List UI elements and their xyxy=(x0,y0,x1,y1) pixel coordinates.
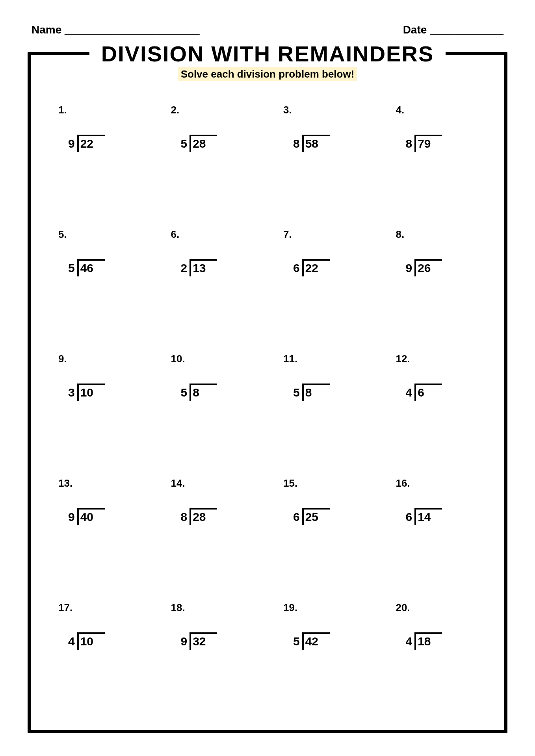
problem-cell: 11.58 xyxy=(271,345,376,469)
dividend-wrap: 22 xyxy=(302,260,326,275)
problem-number: 16. xyxy=(396,477,410,489)
problem-number: 13. xyxy=(58,477,72,489)
problem-number: 10. xyxy=(171,353,185,365)
divisor: 9 xyxy=(406,260,415,275)
problem-cell: 16.614 xyxy=(384,469,489,594)
worksheet-subtitle: Solve each division problem below! xyxy=(46,68,489,80)
problem-number: 7. xyxy=(283,228,292,241)
dividend-wrap: 58 xyxy=(302,135,326,150)
dividend-wrap: 42 xyxy=(302,633,326,648)
divisor: 9 xyxy=(68,509,77,524)
dividend-wrap: 6 xyxy=(414,384,438,399)
problem-number: 12. xyxy=(396,353,410,365)
header-line: Name ______________________ Date _______… xyxy=(28,24,507,36)
dividend: 8 xyxy=(305,386,312,399)
division-problem: 418 xyxy=(406,633,438,648)
dividend: 46 xyxy=(80,261,93,274)
problem-cell: 14.828 xyxy=(159,469,264,594)
problem-number: 1. xyxy=(58,104,67,116)
dividend-wrap: 14 xyxy=(414,509,438,524)
divisor: 4 xyxy=(406,384,415,399)
division-problem: 58 xyxy=(181,384,214,399)
problem-number: 14. xyxy=(171,477,185,489)
divisor: 5 xyxy=(293,384,302,399)
problem-cell: 19.542 xyxy=(271,594,376,718)
problem-cell: 10.58 xyxy=(159,345,264,469)
dividend-wrap: 10 xyxy=(77,633,101,648)
division-problem: 926 xyxy=(406,260,438,275)
problem-cell: 6.213 xyxy=(159,220,264,345)
division-problem: 828 xyxy=(181,509,214,524)
name-blank: ______________________ xyxy=(65,24,200,36)
problem-number: 15. xyxy=(283,477,297,489)
dividend: 22 xyxy=(305,261,318,274)
dividend-wrap: 10 xyxy=(77,384,101,399)
divisor: 5 xyxy=(181,135,190,150)
title-wrap: DIVISION WITH REMAINDERS xyxy=(46,41,489,67)
divisor: 9 xyxy=(68,135,77,150)
problems-grid: 1.9222.5283.8584.8795.5466.2137.6228.926… xyxy=(46,96,489,718)
date-blank: ____________ xyxy=(430,24,503,36)
division-problem: 940 xyxy=(68,509,101,524)
divisor: 9 xyxy=(181,633,190,648)
division-problem: 528 xyxy=(181,135,214,150)
dividend: 42 xyxy=(305,635,318,648)
division-problem: 922 xyxy=(68,135,101,150)
dividend: 14 xyxy=(418,510,431,523)
problem-cell: 12.46 xyxy=(384,345,489,469)
divisor: 3 xyxy=(68,384,77,399)
problem-number: 19. xyxy=(283,602,297,614)
division-problem: 625 xyxy=(293,509,326,524)
problem-cell: 5.546 xyxy=(46,220,151,345)
problem-cell: 4.879 xyxy=(384,96,489,220)
division-problem: 932 xyxy=(181,633,214,648)
dividend-wrap: 32 xyxy=(189,633,213,648)
division-problem: 410 xyxy=(68,633,101,648)
division-problem: 310 xyxy=(68,384,101,399)
problem-cell: 9.310 xyxy=(46,345,151,469)
dividend-wrap: 46 xyxy=(77,260,101,275)
name-field: Name ______________________ xyxy=(32,24,200,36)
dividend-wrap: 26 xyxy=(414,260,438,275)
problem-number: 5. xyxy=(58,228,67,241)
dividend-wrap: 8 xyxy=(302,384,326,399)
dividend-wrap: 25 xyxy=(302,509,326,524)
dividend: 32 xyxy=(193,635,206,648)
dividend: 6 xyxy=(418,386,424,399)
divisor: 8 xyxy=(181,509,190,524)
problem-cell: 2.528 xyxy=(159,96,264,220)
date-field: Date ____________ xyxy=(403,24,503,36)
division-problem: 614 xyxy=(406,509,438,524)
dividend: 40 xyxy=(80,510,93,523)
divisor: 8 xyxy=(293,135,302,150)
division-problem: 858 xyxy=(293,135,326,150)
problem-cell: 15.625 xyxy=(271,469,376,594)
problem-number: 4. xyxy=(396,104,405,116)
divisor: 5 xyxy=(68,260,77,275)
problem-number: 11. xyxy=(283,353,297,365)
division-problem: 879 xyxy=(406,135,438,150)
dividend: 58 xyxy=(305,137,318,150)
problem-number: 17. xyxy=(58,602,72,614)
subtitle-text: Solve each division problem below! xyxy=(178,67,358,81)
problem-number: 18. xyxy=(171,602,185,614)
dividend-wrap: 28 xyxy=(189,509,213,524)
dividend: 28 xyxy=(193,137,206,150)
divisor: 8 xyxy=(406,135,415,150)
problem-cell: 1.922 xyxy=(46,96,151,220)
problem-cell: 3.858 xyxy=(271,96,376,220)
dividend-wrap: 18 xyxy=(414,633,438,648)
dividend-wrap: 22 xyxy=(77,135,101,150)
problem-number: 3. xyxy=(283,104,292,116)
divisor: 5 xyxy=(181,384,190,399)
divisor: 6 xyxy=(406,509,415,524)
date-label: Date xyxy=(403,24,427,36)
dividend: 25 xyxy=(305,510,318,523)
worksheet-title: DIVISION WITH REMAINDERS xyxy=(89,41,446,67)
division-problem: 46 xyxy=(406,384,438,399)
problem-cell: 13.940 xyxy=(46,469,151,594)
dividend: 8 xyxy=(193,386,199,399)
problem-cell: 20.418 xyxy=(384,594,489,718)
dividend-wrap: 79 xyxy=(414,135,438,150)
dividend-wrap: 13 xyxy=(189,260,213,275)
